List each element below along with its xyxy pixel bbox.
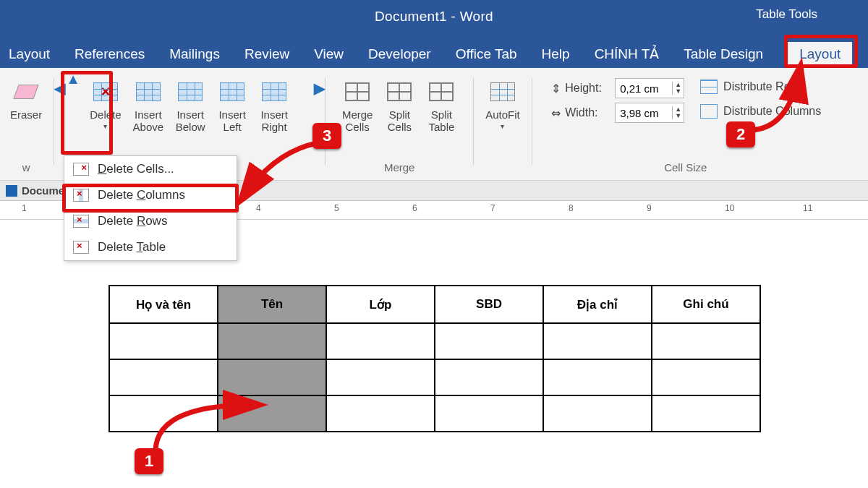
- tab-office-tab[interactable]: Office Tab: [456, 46, 517, 68]
- ruler-mark: 9: [647, 203, 652, 213]
- height-icon: ⇕: [551, 82, 561, 95]
- data-table[interactable]: Họ và tênTênLớpSBDĐịa chỉGhi chú: [109, 285, 761, 432]
- separator: [473, 78, 474, 165]
- width-spinner[interactable]: ▲▼: [615, 103, 684, 123]
- distribute-rows-button[interactable]: Distribute Rows: [700, 80, 821, 94]
- table-cell[interactable]: [652, 395, 760, 432]
- delete-rows-icon: [73, 215, 89, 228]
- tab-developer[interactable]: Developer: [368, 46, 431, 68]
- merge-cells-label: Merge Cells: [342, 108, 373, 134]
- distribute-cols-button[interactable]: Distribute Columns: [700, 104, 821, 119]
- app-header: Document1 - Word Table Tools Layout Refe…: [0, 0, 868, 68]
- insert-above-label: Insert Above: [133, 108, 164, 134]
- ribbon-tabs: Layout References Mailings Review View D…: [0, 39, 868, 68]
- insert-right-button[interactable]: ▶ Insert Right: [255, 75, 294, 137]
- tab-chinh-ta[interactable]: CHÍNH TẢ: [595, 46, 660, 68]
- table-cell[interactable]: [435, 395, 543, 432]
- distribute-rows-label: Distribute Rows: [723, 80, 804, 93]
- table-cell[interactable]: [109, 359, 218, 395]
- delete-table-item[interactable]: Delete Table: [64, 234, 237, 260]
- insert-left-label: Insert Left: [218, 108, 246, 134]
- split-cells-label: Split Cells: [388, 108, 412, 134]
- table-header-cell[interactable]: Họ và tên: [109, 286, 218, 323]
- height-spinner[interactable]: ▲▼: [615, 78, 684, 98]
- table-header-cell[interactable]: Tên: [218, 286, 326, 323]
- tab-mailings[interactable]: Mailings: [169, 46, 220, 68]
- tab-table-layout[interactable]: Layout: [788, 42, 852, 68]
- delete-table-icon: [73, 241, 89, 254]
- table-header-cell[interactable]: Địa chỉ: [543, 286, 652, 323]
- ruler-mark: 6: [412, 203, 417, 213]
- table-cell[interactable]: [435, 359, 543, 395]
- distribute-buttons: Distribute Rows Distribute Columns: [693, 75, 825, 119]
- width-label: Width:: [565, 106, 597, 119]
- table-cell[interactable]: [218, 359, 326, 395]
- autofit-icon: [489, 78, 516, 106]
- tab-references[interactable]: References: [75, 46, 145, 68]
- insert-right-icon: ▶: [260, 78, 288, 106]
- spinner-buttons[interactable]: ▲▼: [672, 82, 684, 95]
- insert-left-icon: ◀: [218, 78, 246, 106]
- insert-below-label: Insert Below: [176, 108, 205, 134]
- eraser-label: Eraser: [10, 108, 42, 121]
- table-cell[interactable]: [652, 359, 760, 395]
- autofit-button[interactable]: AutoFit ▾: [481, 75, 524, 133]
- split-table-button[interactable]: Split Table: [422, 75, 461, 137]
- table-cell[interactable]: [326, 323, 435, 359]
- separator: [325, 78, 326, 165]
- marker-2: 2: [726, 121, 755, 147]
- insert-left-button[interactable]: ◀ Insert Left: [213, 75, 252, 137]
- table-cell[interactable]: [109, 395, 218, 432]
- eraser-button[interactable]: Eraser: [6, 75, 46, 124]
- table-cell[interactable]: [218, 323, 326, 359]
- insert-below-button[interactable]: ▼ Insert Below: [171, 75, 210, 137]
- distribute-rows-icon: [700, 80, 718, 94]
- autofit-label: AutoFit: [485, 108, 520, 121]
- ruler-mark: 1: [22, 203, 27, 213]
- table-header-cell[interactable]: SBD: [435, 286, 543, 323]
- insert-above-button[interactable]: ▲ Insert Above: [129, 75, 169, 137]
- table-cell[interactable]: [652, 323, 760, 359]
- insert-right-label: Insert Right: [260, 108, 288, 134]
- group-merge: Merge Cells Split Cells Split Table Merg…: [327, 74, 472, 175]
- split-table-icon: [427, 78, 455, 106]
- table-cell[interactable]: [435, 323, 543, 359]
- delete-columns-item[interactable]: Delete Columns: [64, 182, 237, 208]
- height-input[interactable]: [616, 81, 672, 96]
- eraser-icon: [12, 78, 40, 106]
- table-cell[interactable]: [326, 359, 435, 395]
- delete-columns-icon: [73, 189, 89, 202]
- group-draw-label: w: [0, 161, 52, 174]
- tab-help[interactable]: Help: [542, 46, 570, 68]
- insert-above-icon: ▲: [135, 78, 162, 106]
- width-input[interactable]: [616, 106, 672, 121]
- table-cell[interactable]: [543, 323, 652, 359]
- tab-view[interactable]: View: [314, 46, 344, 68]
- delete-button[interactable]: × Delete ▾: [85, 75, 125, 133]
- ruler-mark: 7: [490, 203, 495, 213]
- group-autofit: AutoFit ▾: [475, 74, 530, 175]
- word-doc-icon: [6, 185, 17, 197]
- spinner-buttons[interactable]: ▲▼: [672, 106, 684, 119]
- group-cell-size: ⇕Height: ▲▼ ⇔Width: ▲▼ Distribute Rows D…: [534, 74, 838, 175]
- table-cell[interactable]: [543, 359, 652, 395]
- insert-below-icon: ▼: [176, 78, 204, 106]
- table-header-cell[interactable]: Lớp: [326, 286, 435, 323]
- split-cells-button[interactable]: Split Cells: [380, 75, 419, 137]
- split-table-label: Split Table: [429, 108, 455, 134]
- tab-layout-page[interactable]: Layout: [9, 46, 50, 68]
- chevron-down-icon: ▾: [501, 122, 504, 130]
- table-cell[interactable]: [109, 323, 218, 359]
- table-cell[interactable]: [326, 395, 435, 432]
- delete-cells-item[interactable]: Delete Cells...: [64, 156, 237, 182]
- tab-review[interactable]: Review: [244, 46, 289, 68]
- tab-table-design[interactable]: Table Design: [684, 46, 763, 68]
- table-cell[interactable]: [543, 395, 652, 432]
- table-cell[interactable]: [218, 395, 326, 432]
- marker-1: 1: [135, 448, 163, 474]
- height-label: Height:: [565, 82, 602, 95]
- table-header-cell[interactable]: Ghi chú: [652, 286, 760, 323]
- group-draw: Eraser w: [0, 74, 52, 175]
- merge-cells-button[interactable]: Merge Cells: [338, 75, 378, 137]
- delete-rows-item[interactable]: Delete Rows: [64, 208, 237, 234]
